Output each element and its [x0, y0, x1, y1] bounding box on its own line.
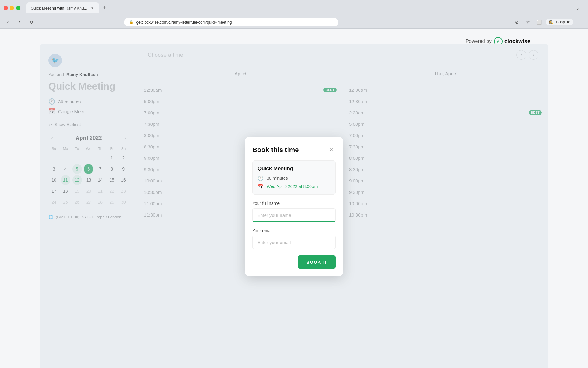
- book-it-button[interactable]: BOOK IT: [298, 255, 336, 269]
- modal-calendar-icon: 📅: [258, 184, 264, 190]
- email-label: Your email: [252, 228, 336, 233]
- active-tab[interactable]: Quick Meeting with Ramy Khu... ✕: [26, 2, 99, 13]
- window-minimize-icon[interactable]: ⌄: [573, 4, 582, 12]
- email-input[interactable]: [252, 236, 336, 249]
- minimize-window-button[interactable]: [10, 6, 14, 10]
- page-content: Powered by ✓ clockwise 🐦 You and Ramy Kh…: [0, 29, 588, 368]
- browser-nav: ‹ › ↻ 🔒 getclockwise.com/c/ramy-letterfu…: [0, 16, 588, 28]
- modal-overlay: Book this time × Quick Meeting 🕐 30 minu…: [40, 44, 548, 368]
- tab-close-button[interactable]: ✕: [90, 6, 95, 10]
- extensions-icon[interactable]: ⬜: [535, 18, 543, 26]
- back-button[interactable]: ‹: [4, 18, 12, 26]
- modal-duration-text: 30 minutes: [267, 176, 288, 181]
- name-form-group: Your full name: [252, 201, 336, 227]
- browser-chrome: Quick Meeting with Ramy Khu... ✕ + ⌄ ‹ ›…: [0, 0, 588, 29]
- name-label: Your full name: [252, 201, 336, 206]
- tab-bar: Quick Meeting with Ramy Khu... ✕ +: [26, 2, 571, 13]
- modal-meeting-datetime: 📅 Wed Apr 6 2022 at 8:00pm: [258, 184, 330, 190]
- address-bar[interactable]: 🔒 getclockwise.com/c/ramy-letterfuel-com…: [124, 18, 338, 26]
- modal-meeting-duration: 🕐 30 minutes: [258, 175, 330, 181]
- lock-icon: 🔒: [129, 20, 134, 24]
- incognito-badge: 🕵️ Incognito: [546, 19, 573, 25]
- modal-header: Book this time ×: [252, 146, 336, 154]
- maximize-window-button[interactable]: [16, 6, 20, 10]
- modal-clock-icon: 🕐: [258, 175, 264, 181]
- reload-button[interactable]: ↻: [27, 18, 36, 26]
- modal-title: Book this time: [252, 146, 299, 154]
- traffic-lights: [4, 6, 20, 10]
- camera-off-icon[interactable]: ⊘: [513, 18, 521, 26]
- tab-title: Quick Meeting with Ramy Khu...: [31, 6, 87, 10]
- modal-meeting-name: Quick Meeting: [258, 166, 330, 172]
- email-form-group: Your email: [252, 228, 336, 254]
- incognito-label: Incognito: [555, 20, 570, 24]
- close-window-button[interactable]: [4, 6, 8, 10]
- name-input[interactable]: [252, 208, 336, 222]
- browser-titlebar: Quick Meeting with Ramy Khu... ✕ + ⌄: [0, 0, 588, 16]
- forward-button[interactable]: ›: [15, 18, 24, 26]
- powered-by-text: Powered by: [466, 39, 492, 44]
- nav-actions: ⊘ ☆ ⬜ 🕵️ Incognito ⋮: [513, 18, 584, 26]
- booking-modal: Book this time × Quick Meeting 🕐 30 minu…: [245, 137, 343, 276]
- menu-button[interactable]: ⋮: [576, 18, 584, 26]
- new-tab-button[interactable]: +: [100, 4, 109, 12]
- modal-meeting-card: Quick Meeting 🕐 30 minutes 📅 Wed Apr 6 2…: [252, 160, 336, 195]
- modal-close-button[interactable]: ×: [327, 146, 336, 154]
- url-text: getclockwise.com/c/ramy-letterfuel-com/q…: [136, 20, 232, 25]
- main-card: 🐦 You and Ramy Khuffash Quick Meeting 🕐 …: [40, 44, 548, 368]
- bookmark-icon[interactable]: ☆: [524, 18, 532, 26]
- modal-datetime-text: Wed Apr 6 2022 at 8:00pm: [267, 184, 318, 189]
- incognito-icon: 🕵️: [549, 20, 553, 24]
